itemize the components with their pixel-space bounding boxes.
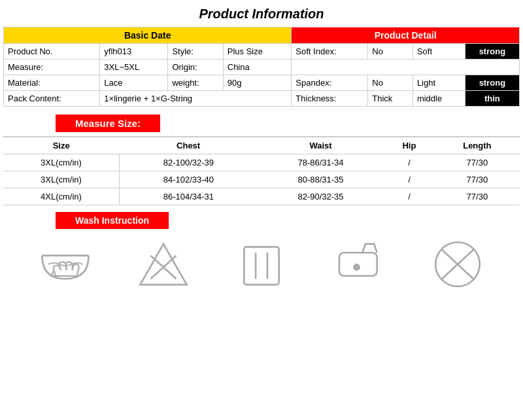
- size-row2-hip: /: [384, 171, 435, 188]
- val-thickness-no: Thick: [368, 91, 413, 107]
- size-row1-length: 77/30: [435, 154, 520, 171]
- size-row1-chest: 82-100/32-39: [119, 154, 257, 171]
- size-row1-waist: 78-86/31-34: [258, 154, 384, 171]
- label-spandex: Spandex:: [292, 75, 368, 91]
- val-weight: 90g: [223, 75, 292, 91]
- hand-wash-icon: [36, 238, 95, 292]
- size-row2-length: 77/30: [435, 171, 520, 188]
- page-title: Product Information: [3, 7, 520, 22]
- val-pack: 1×lingerie + 1×G-String: [100, 91, 292, 107]
- val-spandex-strong: strong: [465, 75, 519, 91]
- label-product-no: Product No.: [4, 44, 100, 60]
- val-origin: China: [223, 60, 292, 75]
- no-dry-clean-icon: [428, 238, 487, 292]
- wash-instruction-header: Wash Instruction: [56, 212, 169, 229]
- val-soft-mid: Soft: [413, 44, 465, 60]
- size-row1-hip: /: [384, 154, 435, 171]
- label-measure: Measure:: [4, 60, 100, 75]
- svg-rect-4: [244, 247, 278, 285]
- measure-size-header: Measure Size:: [56, 114, 160, 132]
- label-thickness: Thickness:: [292, 91, 368, 107]
- val-style: Plus Size: [223, 44, 292, 60]
- wash-header-wrapper: Wash Instruction: [56, 212, 520, 229]
- no-bleach-icon: [134, 238, 193, 292]
- label-material: Material:: [4, 75, 100, 91]
- val-product-no: yflh013: [100, 44, 168, 60]
- page-wrapper: Product Information Basic Date Product D…: [0, 0, 523, 299]
- size-table: Size Chest Waist Hip Length 3XL(cm/in) 8…: [3, 136, 520, 205]
- size-row3-waist: 82-90/32-35: [258, 188, 384, 205]
- label-soft-index: Soft Index:: [292, 44, 368, 60]
- label-weight: weight:: [168, 75, 223, 91]
- size-row2-chest: 84-102/33-40: [119, 171, 257, 188]
- svg-point-8: [354, 264, 360, 270]
- label-style: Style:: [168, 44, 223, 60]
- size-row-3: 4XL(cm/in) 86-104/34-31 82-90/32-35 / 77…: [3, 188, 520, 205]
- col-length: Length: [435, 137, 520, 154]
- hang-dry-icon: [232, 238, 291, 292]
- val-soft-no: No: [368, 44, 413, 60]
- info-table: Basic Date Product Detail Product No. yf…: [3, 27, 520, 107]
- col-size: Size: [3, 137, 119, 154]
- val-material: Lace: [100, 75, 168, 91]
- size-row2-size: 3XL(cm/in): [3, 171, 119, 188]
- size-row3-hip: /: [384, 188, 435, 205]
- empty-row2-right: [292, 60, 520, 75]
- measure-size-wrapper: Measure Size:: [56, 114, 520, 132]
- val-thickness-mid: middle: [413, 91, 465, 107]
- size-row-2: 3XL(cm/in) 84-102/33-40 80-88/31-35 / 77…: [3, 171, 520, 188]
- val-spandex-no: No: [368, 75, 413, 91]
- product-detail-header: Product Detail: [292, 27, 520, 44]
- svg-marker-1: [140, 244, 186, 285]
- wash-icons-row: [3, 238, 520, 292]
- size-row1-size: 3XL(cm/in): [3, 154, 119, 171]
- iron-icon: [330, 238, 389, 292]
- val-spandex-mid: Light: [413, 75, 465, 91]
- basic-date-header: Basic Date: [4, 27, 292, 44]
- size-row3-chest: 86-104/34-31: [119, 188, 257, 205]
- val-thickness-strong: thin: [465, 91, 519, 107]
- col-chest: Chest: [119, 137, 257, 154]
- col-waist: Waist: [258, 137, 384, 154]
- size-row-1: 3XL(cm/in) 82-100/32-39 78-86/31-34 / 77…: [3, 154, 520, 171]
- size-row2-waist: 80-88/31-35: [258, 171, 384, 188]
- size-row3-length: 77/30: [435, 188, 520, 205]
- label-origin: Origin:: [168, 60, 223, 75]
- size-row3-size: 4XL(cm/in): [3, 188, 119, 205]
- val-measure: 3XL~5XL: [100, 60, 168, 75]
- col-hip: Hip: [384, 137, 435, 154]
- val-soft-strong: strong: [465, 44, 519, 60]
- label-pack: Pack Content:: [4, 91, 100, 107]
